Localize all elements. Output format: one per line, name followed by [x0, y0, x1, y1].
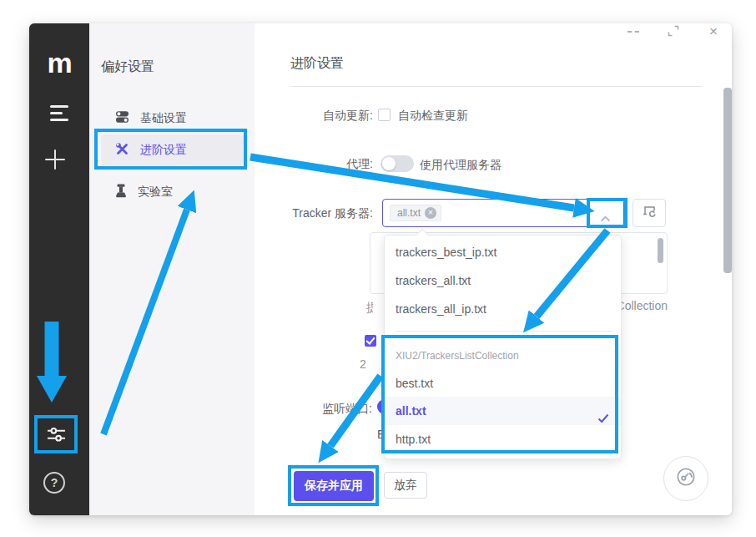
sidebar-item-label: 基础设置	[140, 111, 187, 126]
sync-tracker-button[interactable]	[633, 199, 666, 227]
auto-update-checkbox-label[interactable]: 自动检查更新	[398, 109, 468, 124]
sidebar-item-label: 进阶设置	[140, 143, 187, 158]
check-icon	[597, 405, 609, 417]
dropdown-item[interactable]: http.txt	[385, 425, 621, 453]
dropdown-group-label: XIU2/TrackersListCollection	[396, 350, 519, 362]
tag-close-icon[interactable]: ×	[425, 207, 436, 219]
obscured-helper-fragment: 〈	[366, 312, 372, 327]
motrix-logo-icon: m	[29, 48, 89, 77]
save-and-apply-button[interactable]: 保存并应用	[294, 471, 374, 501]
prefs-title: 偏好设置	[101, 58, 154, 76]
chevron-up-icon[interactable]	[600, 210, 611, 225]
speed-limit-button[interactable]	[663, 456, 708, 501]
obscured-number-fragment: 2	[360, 357, 366, 371]
motrix-preferences-window: m ? 偏好设	[29, 23, 732, 515]
tag-label: all.txt	[397, 207, 421, 219]
tracker-label: Tracker 服务器:	[265, 206, 373, 221]
auto-update-checkbox[interactable]	[378, 109, 391, 121]
sidebar-item-label: 实验室	[138, 185, 173, 200]
close-icon[interactable]: ×	[706, 23, 721, 38]
sync-checkbox-checked[interactable]	[365, 335, 376, 347]
title-divider	[290, 86, 702, 87]
lab-icon	[115, 184, 127, 200]
speedometer-icon	[674, 465, 698, 492]
proxy-switch-label: 使用代理服务器	[420, 158, 501, 173]
discard-button[interactable]: 放弃	[384, 472, 427, 499]
basic-settings-icon	[115, 110, 129, 126]
dropdown-item[interactable]: trackers_best_ip.txt	[385, 238, 621, 266]
preferences-icon[interactable]	[47, 425, 66, 448]
maximize-icon[interactable]	[668, 25, 679, 40]
help-glyph: ?	[51, 476, 58, 489]
listen-port-label: 监听端口:	[264, 402, 372, 417]
textarea-scrollbar[interactable]	[658, 238, 663, 263]
help-icon[interactable]: ?	[43, 472, 65, 494]
app-sidebar: m ?	[29, 23, 89, 515]
page-title: 进阶设置	[290, 55, 344, 73]
sidebar-item-advanced-settings[interactable]: 进阶设置	[101, 134, 243, 165]
advanced-settings-icon	[115, 142, 129, 159]
proxy-label: 代理:	[265, 157, 373, 172]
dropdown-item[interactable]: trackers_all_ip.txt	[385, 295, 621, 323]
selected-tag: all.txt ×	[390, 205, 441, 221]
tracker-select[interactable]: all.txt ×	[382, 199, 624, 227]
dropdown-item-label: all.txt	[396, 404, 426, 418]
dropdown-item[interactable]: trackers_all.txt	[385, 266, 621, 295]
dropdown-item[interactable]: best.txt	[385, 369, 621, 398]
dropdown-item-selected[interactable]: all.txt	[385, 397, 621, 425]
dropdown-divider	[396, 331, 612, 332]
window-scrollbar[interactable]	[723, 88, 732, 273]
minimize-icon[interactable]	[627, 31, 639, 33]
prefs-sidebar: 偏好设置 基础设置	[89, 23, 255, 515]
sync-tracker-icon	[642, 205, 657, 221]
sidebar-item-basic-settings[interactable]: 基础设置	[101, 103, 243, 134]
proxy-switch[interactable]	[381, 155, 414, 172]
sidebar-item-lab[interactable]: 实验室	[101, 176, 243, 207]
tracker-dropdown: trackers_best_ip.txt trackers_all.txt tr…	[384, 235, 622, 459]
auto-update-label: 自动更新:	[265, 109, 373, 124]
screenshot-stage: m ? 偏好设	[0, 0, 756, 537]
switch-knob	[382, 157, 396, 170]
